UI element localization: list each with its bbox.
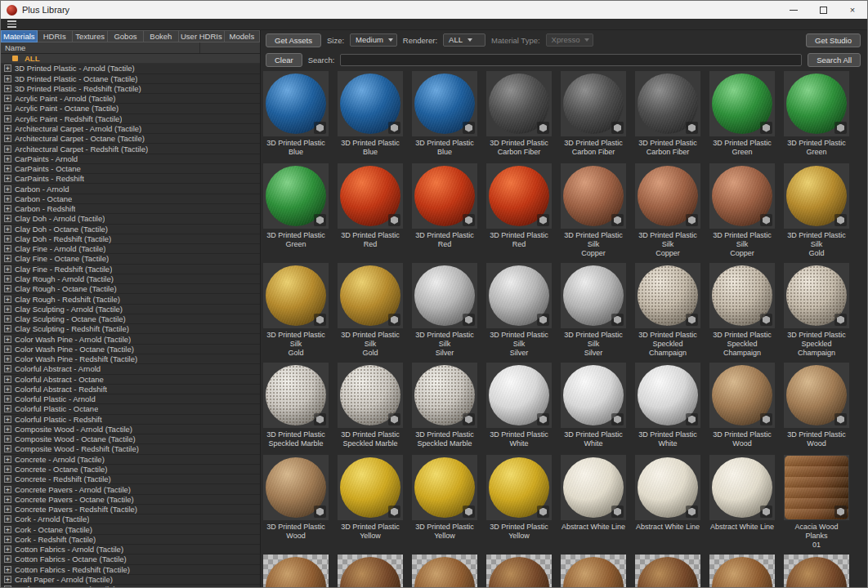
- expand-plus-icon[interactable]: [4, 85, 11, 92]
- expand-plus-icon[interactable]: [4, 185, 11, 193]
- search-input[interactable]: [340, 54, 802, 66]
- expand-plus-icon[interactable]: [4, 395, 11, 403]
- expand-plus-icon[interactable]: [4, 265, 11, 273]
- sidebar-item[interactable]: Color Wash Pine - Arnold (Tactile): [1, 334, 260, 344]
- material-tile[interactable]: 3D Printed PlasticSpeckled Champaign: [784, 263, 849, 358]
- get-studio-button[interactable]: Get Studio: [806, 33, 861, 47]
- expand-plus-icon[interactable]: [4, 225, 11, 233]
- sidebar-item[interactable]: Clay Fine - Arnold (Tactile): [1, 244, 260, 254]
- material-tile[interactable]: 3D Printed Plastic SilkSilver: [561, 263, 626, 358]
- expand-plus-icon[interactable]: [4, 555, 11, 563]
- material-tile[interactable]: 3D Printed Plastic SilkCopper: [561, 163, 626, 258]
- expand-plus-icon[interactable]: [4, 445, 11, 452]
- expand-plus-icon[interactable]: [4, 416, 11, 423]
- tab-models[interactable]: Models: [225, 30, 260, 42]
- expand-plus-icon[interactable]: [4, 296, 11, 303]
- sidebar-item[interactable]: Cork - Redshift (Tactile): [1, 535, 260, 545]
- expand-plus-icon[interactable]: [4, 405, 11, 412]
- expand-plus-icon[interactable]: [4, 466, 11, 473]
- material-tile[interactable]: 3D Printed PlasticCarbon Fiber: [635, 71, 700, 158]
- material-tile[interactable]: 3D Printed PlasticWood: [784, 363, 849, 450]
- maximize-button[interactable]: [808, 1, 838, 19]
- sidebar-item[interactable]: Carbon - Octane: [1, 194, 260, 204]
- sidebar-item[interactable]: Craft Paper - Arnold (Tactile): [1, 575, 260, 585]
- sidebar-item[interactable]: 3D Printed Plastic - Arnold (Tactile): [1, 64, 260, 74]
- sidebar-item[interactable]: Carbon - Redshift: [1, 204, 260, 214]
- material-tile[interactable]: Abstract White Line: [635, 455, 700, 550]
- material-tile[interactable]: [709, 555, 775, 587]
- material-tile[interactable]: 3D Printed PlasticSpeckled Marble: [412, 363, 477, 450]
- expand-plus-icon[interactable]: [4, 115, 11, 122]
- expand-plus-icon[interactable]: [4, 215, 11, 222]
- material-tile[interactable]: 3D Printed PlasticCarbon Fiber: [561, 71, 626, 158]
- material-tile[interactable]: 3D Printed PlasticWhite: [635, 363, 700, 450]
- expand-plus-icon[interactable]: [4, 546, 11, 553]
- material-tile[interactable]: 3D Printed Plastic SilkSilver: [486, 263, 552, 358]
- expand-plus-icon[interactable]: [4, 65, 11, 72]
- material-tile[interactable]: 3D Printed PlasticSpeckled Marble: [263, 363, 329, 450]
- material-tile[interactable]: 3D Printed PlasticWhite: [561, 363, 626, 450]
- expand-plus-icon[interactable]: [4, 235, 11, 243]
- material-tile[interactable]: 3D Printed Plastic Red: [486, 163, 552, 258]
- expand-plus-icon[interactable]: [4, 475, 11, 483]
- sidebar-item[interactable]: Architectural Carpet - Octane (Tactile): [1, 134, 260, 144]
- sidebar-item[interactable]: 3D Printed Plastic - Octane (Tactile): [1, 74, 260, 84]
- sidebar-item[interactable]: Cotton Fabrics - Arnold (Tactile): [1, 545, 260, 555]
- sidebar-item[interactable]: Cork - Arnold (Tactile): [1, 514, 260, 524]
- sidebar-item[interactable]: Craft Paper - Octane (Tactile): [1, 585, 260, 587]
- sidebar-item[interactable]: Clay Fine - Octane (Tactile): [1, 254, 260, 264]
- expand-plus-icon[interactable]: [4, 435, 11, 443]
- sidebar-item[interactable]: Colorful Plastic - Octane: [1, 404, 260, 414]
- tab-bokeh[interactable]: Bokeh: [144, 30, 179, 42]
- material-type-dropdown[interactable]: Xpresso: [546, 33, 594, 47]
- sidebar-item[interactable]: Concrete Pavers - Octane (Tactile): [1, 495, 260, 505]
- sidebar-item[interactable]: Colorful Plastic - Redshift: [1, 415, 260, 425]
- material-tile[interactable]: 3D Printed Plastic SilkCopper: [709, 163, 775, 258]
- material-tile[interactable]: 3D Printed Plastic Blue: [338, 71, 403, 158]
- sidebar-item[interactable]: Clay Rough - Redshift (Tactile): [1, 294, 260, 304]
- expand-plus-icon[interactable]: [4, 145, 11, 153]
- sidebar-item[interactable]: Clay Rough - Octane (Tactile): [1, 284, 260, 294]
- expand-plus-icon[interactable]: [4, 275, 11, 283]
- sidebar-item[interactable]: Acrylic Paint - Redshift (Tactile): [1, 114, 260, 124]
- expand-plus-icon[interactable]: [4, 155, 11, 163]
- material-tile[interactable]: Acacia Wood Planks01: [784, 455, 849, 550]
- expand-plus-icon[interactable]: [4, 125, 11, 132]
- sidebar-item[interactable]: Cotton Fabrics - Octane (Tactile): [1, 555, 260, 564]
- material-tile[interactable]: 3D Printed PlasticSpeckled Marble: [338, 363, 403, 450]
- sidebar-item[interactable]: Clay Fine - Redshift (Tactile): [1, 265, 260, 274]
- material-tile[interactable]: [635, 555, 700, 587]
- material-tile[interactable]: 3D Printed PlasticWhite: [486, 363, 552, 450]
- expand-plus-icon[interactable]: [4, 336, 11, 343]
- material-tile[interactable]: 3D Printed Plastic SilkSilver: [412, 263, 477, 358]
- sidebar-item[interactable]: Clay Doh - Arnold (Tactile): [1, 214, 260, 224]
- hamburger-icon[interactable]: [7, 20, 16, 28]
- sidebar-item[interactable]: CarPaints - Arnold: [1, 154, 260, 164]
- material-tile[interactable]: [263, 555, 329, 587]
- material-tile[interactable]: [338, 555, 403, 587]
- sidebar-item[interactable]: Clay Sculpting - Octane (Tactile): [1, 314, 260, 324]
- expand-plus-icon[interactable]: [4, 586, 11, 587]
- material-tile[interactable]: [486, 555, 552, 587]
- sidebar-item[interactable]: Composite Wood - Redshift (Tactile): [1, 444, 260, 454]
- sidebar-item[interactable]: CarPaints - Redshift: [1, 174, 260, 184]
- expand-plus-icon[interactable]: [4, 105, 11, 112]
- material-tile[interactable]: 3D Printed Plastic Red: [412, 163, 477, 258]
- expand-plus-icon[interactable]: [4, 355, 11, 363]
- material-tile[interactable]: 3D Printed Plastic SilkGold: [263, 263, 329, 358]
- sidebar-item[interactable]: Colorful Abstract - Redshift: [1, 385, 260, 394]
- sidebar-item[interactable]: Acrylic Paint - Octane (Tactile): [1, 104, 260, 114]
- expand-plus-icon[interactable]: [4, 425, 11, 433]
- expand-plus-icon[interactable]: [4, 536, 11, 543]
- material-tile[interactable]: 3D Printed PlasticYellow: [412, 455, 477, 550]
- sidebar-item[interactable]: Architectural Carpet - Arnold (Tactile): [1, 124, 260, 134]
- sidebar-item[interactable]: Concrete - Octane (Tactile): [1, 465, 260, 474]
- sidebar-item[interactable]: 3D Printed Plastic - Redshift (Tactile): [1, 84, 260, 94]
- expand-plus-icon[interactable]: [4, 255, 11, 262]
- tab-gobos[interactable]: Gobos: [108, 30, 143, 42]
- sidebar-item[interactable]: Concrete Pavers - Redshift (Tactile): [1, 505, 260, 514]
- material-tile[interactable]: 3D Printed PlasticGreen: [709, 71, 775, 158]
- expand-plus-icon[interactable]: [4, 75, 11, 82]
- expand-plus-icon[interactable]: [4, 376, 11, 383]
- sidebar-item[interactable]: Colorful Plastic - Arnold: [1, 394, 260, 404]
